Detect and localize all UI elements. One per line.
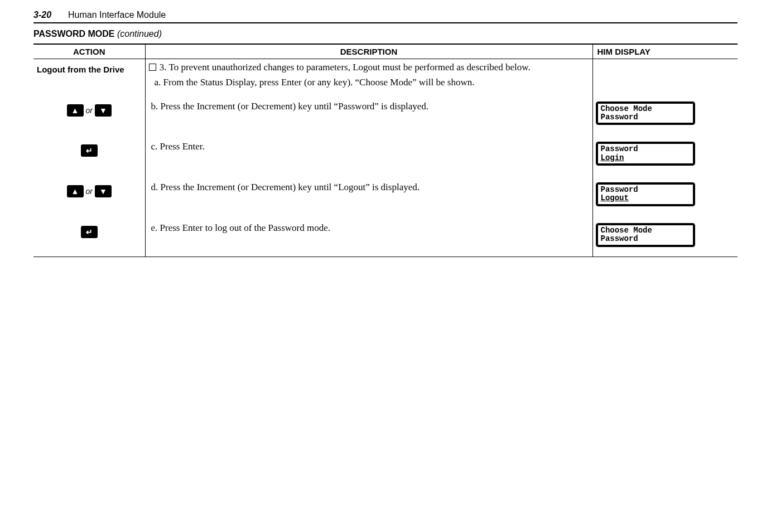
table-row: ↵ e. Press Enter to log out of the Passw… (33, 216, 738, 257)
or-text: or (86, 187, 93, 196)
action-key-enter: ↵ (33, 134, 145, 175)
checkbox-icon (149, 61, 157, 73)
substep-c: c. Press Enter. (145, 134, 592, 175)
substep-b: b. Press the Increment (or Decrement) ke… (145, 94, 592, 135)
section-name: PASSWORD MODE (33, 29, 114, 38)
substep-d: d. Press the Increment (or Decrement) ke… (145, 175, 592, 216)
page-header: 3-20 Human Interface Module (33, 10, 738, 23)
him-line-2: Password (601, 235, 690, 243)
action-keys-up-down: ▲ or ▼ (33, 94, 145, 135)
col-header-description: DESCRIPTION (145, 44, 592, 59)
table-header-row: ACTION DESCRIPTION HIM DISPLAY (33, 44, 738, 59)
substep-a: a. From the Status Display, press Enter … (149, 76, 589, 88)
him-cell-b: Choose Mode Password (592, 94, 738, 135)
table-row: ↵ c. Press Enter. Password Login (33, 134, 738, 175)
col-header-action: ACTION (33, 44, 145, 59)
down-arrow-icon: ▼ (95, 104, 112, 117)
him-line-2: Login (601, 154, 690, 162)
header-title: Human Interface Module (68, 10, 166, 20)
description-cell: 3. To prevent unauthorized changes to pa… (145, 59, 592, 94)
down-arrow-icon: ▼ (95, 185, 112, 197)
him-line-1: Password (601, 145, 690, 153)
enter-icon: ↵ (81, 144, 98, 157)
page-number: 3-20 (33, 10, 51, 20)
enter-icon: ↵ (81, 226, 98, 238)
page-container: 3-20 Human Interface Module PASSWORD MOD… (0, 0, 771, 267)
step-text: To prevent unauthorized changes to param… (168, 62, 530, 72)
him-line-2: Password (601, 113, 690, 122)
him-display: Password Login (596, 142, 695, 165)
action-keys-up-down: ▲ or ▼ (33, 175, 145, 216)
up-arrow-icon: ▲ (67, 104, 84, 117)
him-line-2: Logout (601, 194, 690, 202)
up-arrow-icon: ▲ (67, 185, 84, 197)
him-line-1: Choose Mode (601, 226, 690, 235)
substep-e: e. Press Enter to log out of the Passwor… (145, 216, 592, 257)
table-row: ▲ or ▼ d. Press the Increment (or Decrem… (33, 175, 738, 216)
action-key-enter: ↵ (33, 216, 145, 257)
section-suffix: (continued) (117, 29, 162, 38)
him-cell-empty (592, 59, 738, 94)
him-cell-d: Password Logout (592, 175, 738, 216)
col-header-him: HIM DISPLAY (592, 44, 738, 59)
him-line-1: Password (601, 186, 690, 194)
table-row: Logout from the Drive 3. To prevent unau… (33, 59, 738, 94)
or-text: or (86, 106, 93, 115)
him-display: Choose Mode Password (596, 102, 695, 125)
step-number: 3. (160, 62, 167, 72)
step-3: 3. To prevent unauthorized changes to pa… (149, 61, 589, 73)
him-cell-e: Choose Mode Password (592, 216, 738, 257)
table-row: ▲ or ▼ b. Press the Increment (or Decrem… (33, 94, 738, 135)
action-label: Logout from the Drive (33, 59, 145, 94)
him-cell-c: Password Login (592, 134, 738, 175)
section-heading: PASSWORD MODE (continued) (33, 29, 738, 39)
him-display: Password Logout (596, 183, 695, 206)
password-mode-table: ACTION DESCRIPTION HIM DISPLAY Logout fr… (33, 43, 738, 257)
him-display: Choose Mode Password (596, 224, 695, 246)
him-line-1: Choose Mode (601, 105, 690, 113)
